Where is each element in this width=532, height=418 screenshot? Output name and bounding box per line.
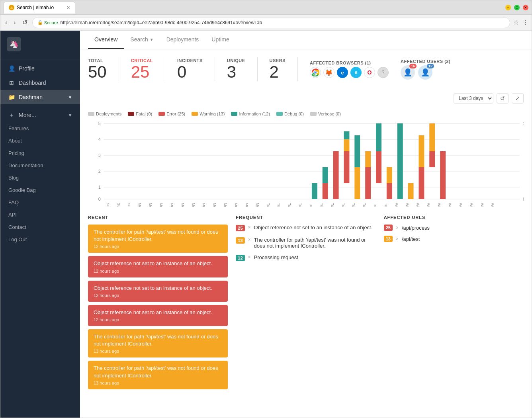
svg-text:Mo 18:00: Mo 18:00 xyxy=(234,203,238,207)
svg-text:Mo 22:00: Mo 22:00 xyxy=(256,203,260,207)
svg-rect-32 xyxy=(397,123,403,199)
recent-title: RECENT xyxy=(88,215,228,220)
main-content: Overview Search ▼ Deployments Uptime TOT… xyxy=(80,31,532,418)
stat-users: USERS 2 xyxy=(270,58,286,80)
tab-overview[interactable]: Overview xyxy=(88,31,124,49)
legend-error: Error (25) xyxy=(158,111,185,116)
svg-text:0: 0 xyxy=(523,197,524,201)
svg-text:Mo 20:00: Mo 20:00 xyxy=(245,203,249,207)
tab-search[interactable]: Search ▼ xyxy=(124,31,160,49)
browser-tab[interactable]: ⚠ Search | elmah.io ✕ xyxy=(4,2,75,14)
back-button[interactable]: ‹ xyxy=(4,18,9,28)
url-x-1: × xyxy=(396,225,399,230)
url-text-1: /api/process xyxy=(402,225,430,231)
freq-badge-1: 25 xyxy=(236,225,244,231)
sidebar-item-more[interactable]: + More... ▼ xyxy=(0,108,80,122)
date-filter-select[interactable]: Last 3 days xyxy=(454,93,493,104)
svg-rect-31 xyxy=(387,167,392,183)
freq-x-2: × xyxy=(248,237,251,242)
svg-rect-25 xyxy=(354,135,360,167)
error-card-text: The controller for path '/api/test' was … xyxy=(94,333,222,348)
bookmark-button[interactable]: ☆ xyxy=(513,19,519,26)
svg-text:We 16:00: We 16:00 xyxy=(480,203,484,207)
error-card-time: 12 hours ago xyxy=(94,317,222,322)
recent-error-1[interactable]: The controller for path '/api/test' was … xyxy=(88,225,228,253)
sidebar-item-logout[interactable]: Log Out xyxy=(0,233,80,246)
reload-button[interactable]: ↺ xyxy=(21,17,29,28)
svg-rect-30 xyxy=(387,183,392,199)
sidebar-item-faq[interactable]: FAQ xyxy=(0,196,80,209)
maximize-button[interactable]: □ xyxy=(514,5,520,10)
affected-urls-section: AFFECTED URLS 25 × /api/process 13 × /ap… xyxy=(384,215,524,393)
sidebar-item-goodiebag[interactable]: Goodie Bag xyxy=(0,184,80,196)
freq-text-2: The controller for path '/api/test' was … xyxy=(254,237,376,249)
svg-rect-23 xyxy=(344,131,349,139)
expand-button[interactable]: ⤢ xyxy=(512,93,524,104)
recent-error-3[interactable]: Object reference not set to an instance … xyxy=(88,281,228,302)
sidebar-item-label: API xyxy=(8,212,17,218)
edge-icon: e xyxy=(337,67,348,78)
url-item-2[interactable]: 13 × /api/test xyxy=(384,236,524,242)
svg-text:Su 22:00: Su 22:00 xyxy=(127,203,131,207)
user-avatars: 👤 16 👤 12 xyxy=(401,65,450,80)
stat-divider xyxy=(215,57,215,81)
stat-divider xyxy=(119,57,119,81)
recent-error-5[interactable]: The controller for path '/api/test' was … xyxy=(88,329,228,357)
svg-rect-28 xyxy=(376,151,381,183)
recent-error-6[interactable]: The controller for path '/api/test' was … xyxy=(88,361,228,389)
recent-error-4[interactable]: Object reference not set to an instance … xyxy=(88,305,228,326)
menu-button[interactable]: ⋮ xyxy=(522,19,528,26)
forward-button[interactable]: › xyxy=(12,18,17,28)
sidebar-item-label: Log Out xyxy=(8,236,27,242)
affected-browsers-label: AFFECTED BROWSERS (1) xyxy=(310,61,389,65)
tab-favicon: ⚠ xyxy=(9,5,14,10)
sidebar-item-documentation[interactable]: Documentation xyxy=(0,159,80,172)
sidebar-item-pricing[interactable]: Pricing xyxy=(0,147,80,159)
stat-unique-value: 3 xyxy=(227,64,245,80)
svg-text:Mo 06:00: Mo 06:00 xyxy=(170,203,174,207)
svg-text:5: 5 xyxy=(98,121,101,126)
sidebar-item-contact[interactable]: Contact xyxy=(0,221,80,233)
chevron-down-icon: ▼ xyxy=(150,37,154,42)
sidebar-item-label: About xyxy=(8,138,22,144)
svg-text:Tu 22:00: Tu 22:00 xyxy=(384,203,388,207)
url-text: https://elmah.io/errorlog/search?logId=e… xyxy=(61,20,262,25)
svg-text:We 18:00: We 18:00 xyxy=(491,203,495,207)
tab-close-button[interactable]: ✕ xyxy=(66,5,70,10)
sidebar-item-api[interactable]: API xyxy=(0,209,80,221)
sidebar-item-features[interactable]: Features xyxy=(0,122,80,135)
window-controls: − □ ✕ xyxy=(505,5,528,10)
url-text-2: /api/test xyxy=(402,236,420,242)
recent-error-2[interactable]: Object reference not set to an instance … xyxy=(88,256,228,277)
title-bar: ⚠ Search | elmah.io ✕ − □ ✕ xyxy=(0,0,532,15)
stat-divider xyxy=(297,57,298,81)
sidebar-item-profile[interactable]: 👤 Profile xyxy=(0,61,80,76)
minimize-button[interactable]: − xyxy=(505,5,511,10)
stat-users-value: 2 xyxy=(270,64,286,80)
sidebar-item-dashman[interactable]: 📁 Dashman ▼ xyxy=(0,90,80,104)
tab-title: Search | elmah.io xyxy=(17,5,54,10)
svg-text:Mo 12:00: Mo 12:00 xyxy=(202,203,206,207)
affected-browsers-section: AFFECTED BROWSERS (1) 🦊 e e O xyxy=(310,61,389,78)
url-item-1[interactable]: 25 × /api/process xyxy=(384,225,524,231)
frequent-item-3[interactable]: 12 × Processing request xyxy=(236,254,376,261)
svg-rect-22 xyxy=(344,139,349,151)
frequent-item-2[interactable]: 13 × The controller for path '/api/test'… xyxy=(236,237,376,249)
frequent-item-1[interactable]: 25 × Object reference not set to an inst… xyxy=(236,225,376,231)
date-filter: Last 3 days ↺ ⤢ xyxy=(454,93,524,104)
dashboard-icon: ⊞ xyxy=(8,80,15,86)
legend-label: Error (25) xyxy=(166,111,185,116)
error-card-text: Object reference not set to an instance … xyxy=(94,260,222,267)
legend-fatal: Fatal (0) xyxy=(128,111,152,116)
svg-point-2 xyxy=(315,72,317,74)
sidebar-item-blog[interactable]: Blog xyxy=(0,172,80,184)
refresh-button[interactable]: ↺ xyxy=(497,93,509,104)
tab-deployments[interactable]: Deployments xyxy=(160,31,205,49)
legend-deployments: Deployments xyxy=(88,111,121,116)
sidebar-item-about[interactable]: About xyxy=(0,135,80,147)
address-input[interactable]: 🔒 Secure https://elmah.io/errorlog/searc… xyxy=(32,17,510,28)
sidebar-item-dashboard[interactable]: ⊞ Dashboard xyxy=(0,76,80,90)
svg-text:Mo 08:00: Mo 08:00 xyxy=(181,203,185,207)
tab-uptime[interactable]: Uptime xyxy=(205,31,235,49)
close-button[interactable]: ✕ xyxy=(523,5,528,10)
